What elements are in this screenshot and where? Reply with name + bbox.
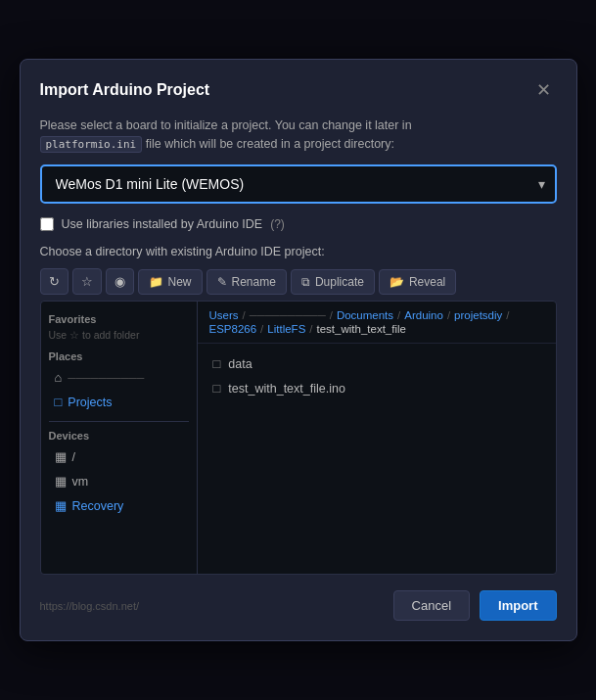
refresh-icon: ↻ (49, 274, 60, 289)
file-item-ino[interactable]: □ test_with_text_file.ino (209, 376, 544, 400)
reveal-icon: 📂 (390, 275, 404, 289)
duplicate-button[interactable]: ⧉ Duplicate (291, 269, 375, 295)
sidebar-divider (49, 421, 189, 422)
drive-icon: ▦ (55, 449, 67, 464)
new-folder-icon: 📁 (149, 275, 163, 289)
footer: https://blog.csdn.net/ Cancel Import (40, 590, 557, 621)
file-item-data[interactable]: □ data (209, 351, 544, 376)
breadcrumb-documents[interactable]: Documents (337, 309, 393, 321)
toolbar: ↻ ☆ ◉ 📁 New ✎ Rename ⧉ Duplicate 📂 Revea… (40, 268, 557, 295)
star-icon: ☆ (81, 274, 93, 289)
close-button[interactable]: ✕ (530, 79, 557, 101)
rename-button[interactable]: ✎ Rename (206, 269, 287, 295)
reveal-button[interactable]: 📂 Reveal (379, 269, 456, 295)
libraries-checkbox-row: Use libraries installed by Arduino IDE (… (40, 217, 557, 231)
refresh-button[interactable]: ↻ (40, 268, 69, 295)
import-dialog: Import Arduino Project ✕ Please select a… (20, 59, 577, 642)
eye-button[interactable]: ◉ (106, 268, 134, 295)
platformio-ini-code: platformio.ini (40, 136, 143, 153)
description-text: Please select a board to initialize a pr… (40, 117, 557, 154)
board-select-wrapper: WeMos D1 mini Lite (WEMOS) ▾ (40, 164, 557, 204)
breadcrumb-arduino[interactable]: Arduino (404, 309, 443, 321)
duplicate-icon: ⧉ (301, 275, 310, 289)
sidebar-item-vm[interactable]: ▦ vm (49, 470, 189, 492)
new-button[interactable]: 📁 New (138, 269, 203, 295)
breadcrumb: Users / ────────── / Documents / Arduino… (198, 302, 556, 344)
cancel-button[interactable]: Cancel (393, 590, 470, 621)
sidebar-item-home[interactable]: ⌂ ────────── (49, 366, 189, 389)
board-select[interactable]: WeMos D1 mini Lite (WEMOS) (40, 164, 557, 204)
breadcrumb-projetsdiy[interactable]: projetsdiy (454, 309, 502, 321)
sidebar-item-projects[interactable]: □ Projects (49, 391, 189, 413)
libraries-checkbox-label: Use libraries installed by Arduino IDE (62, 217, 263, 231)
breadcrumb-esp8266[interactable]: ESP8266 (209, 323, 257, 335)
sidebar-panel: Favorites Use ☆ to add folder Places ⌂ ─… (41, 302, 198, 574)
file-list: □ data □ test_with_text_file.ino (198, 344, 556, 574)
devices-title: Devices (49, 430, 189, 442)
breadcrumb-users[interactable]: Users (209, 309, 239, 321)
help-icon[interactable]: (?) (270, 217, 285, 231)
vm-icon: ▦ (55, 474, 67, 489)
home-icon: ⌂ (55, 370, 63, 385)
sidebar-item-recovery[interactable]: ▦ Recovery (49, 494, 189, 517)
folder-icon: □ (213, 356, 221, 371)
main-panel: Users / ────────── / Documents / Arduino… (198, 302, 556, 574)
url-hint: https://blog.csdn.net/ (40, 600, 384, 612)
rename-icon: ✎ (217, 275, 227, 289)
import-button[interactable]: Import (480, 590, 556, 621)
projects-icon: □ (55, 395, 63, 409)
libraries-checkbox[interactable] (40, 217, 54, 231)
breadcrumb-littlefs[interactable]: LittleFS (267, 323, 305, 335)
dialog-title: Import Arduino Project (40, 81, 210, 99)
places-title: Places (49, 350, 189, 362)
eye-icon: ◉ (115, 274, 125, 289)
recovery-icon: ▦ (55, 498, 67, 513)
favorites-hint: Use ☆ to add folder (49, 329, 189, 341)
favorites-title: Favorites (49, 313, 189, 325)
dialog-header: Import Arduino Project ✕ (40, 79, 557, 101)
star-button[interactable]: ☆ (72, 268, 102, 295)
sidebar-item-root[interactable]: ▦ / (49, 445, 189, 468)
breadcrumb-current: test_with_text_file (317, 323, 406, 335)
file-icon: □ (213, 381, 221, 396)
file-browser: Favorites Use ☆ to add folder Places ⌂ ─… (40, 301, 557, 575)
choose-dir-label: Choose a directory with existing Arduino… (40, 245, 557, 258)
